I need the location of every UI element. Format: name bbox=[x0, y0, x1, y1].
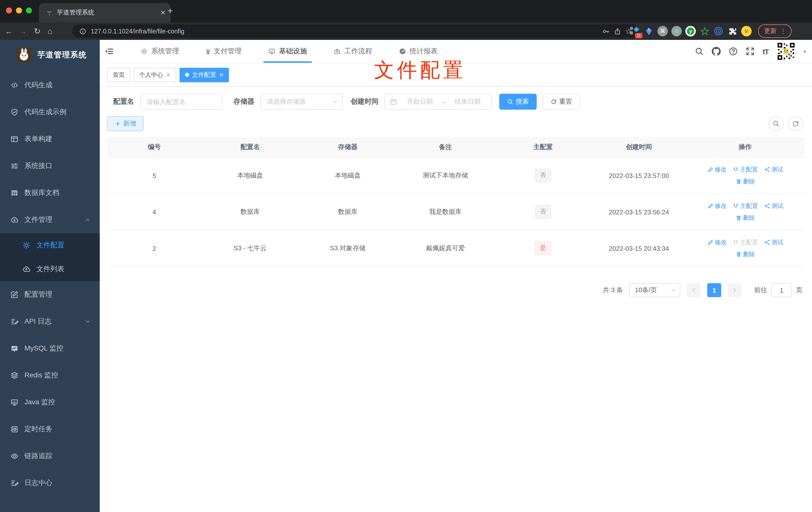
monitor-check-icon bbox=[269, 48, 276, 55]
sidebar-item-config-management[interactable]: 配置管理 bbox=[0, 281, 100, 308]
sidebar-item-mysql-monitor[interactable]: MySQL 监控 bbox=[0, 335, 100, 362]
sidebar-item-code-gen[interactable]: 代码生成 bbox=[0, 72, 100, 99]
share-nodes-icon bbox=[764, 167, 770, 173]
user-menu-caret-icon[interactable]: ▾ bbox=[804, 49, 806, 54]
user-avatar-qr[interactable] bbox=[777, 42, 795, 61]
next-page-button[interactable] bbox=[728, 283, 742, 297]
extension-command-icon[interactable]: ⌘ bbox=[657, 26, 668, 36]
status-badge: 否 bbox=[535, 205, 551, 219]
close-window-button[interactable] bbox=[6, 7, 12, 13]
delete-link[interactable]: 删除 bbox=[735, 250, 755, 259]
site-info-icon[interactable] bbox=[79, 28, 86, 35]
test-link[interactable]: 测试 bbox=[764, 238, 783, 246]
sidebar-item-system-api[interactable]: 系统接口 bbox=[0, 153, 100, 179]
nav-item-system[interactable]: 系统管理 bbox=[135, 40, 185, 63]
search-button[interactable]: 搜索 bbox=[499, 94, 537, 110]
nav-item-payment[interactable]: ¥ 支付管理 bbox=[200, 40, 248, 63]
home-icon[interactable]: ⌂ bbox=[48, 27, 52, 36]
chevron-down-icon bbox=[670, 287, 676, 293]
sidebar-item-scheduled-tasks[interactable]: 定时任务 bbox=[0, 416, 100, 443]
test-link[interactable]: 测试 bbox=[764, 202, 783, 210]
extension-star-icon[interactable] bbox=[699, 26, 710, 36]
page-tab-profile[interactable]: 个人中心 ✕ bbox=[134, 67, 176, 82]
password-key-icon[interactable] bbox=[602, 28, 609, 35]
sidebar-item-java-monitor[interactable]: Java 监控 bbox=[0, 389, 100, 416]
delete-link[interactable]: 删除 bbox=[735, 214, 755, 222]
browser-update-button[interactable]: 更新 ⋮ bbox=[758, 24, 791, 38]
extension-gem-icon[interactable] bbox=[643, 26, 654, 36]
edit-link[interactable]: 修改 bbox=[707, 238, 726, 246]
browser-menu-icon[interactable]: ⋮ bbox=[780, 27, 787, 35]
cell-primary: 否 bbox=[494, 194, 592, 230]
cell-storage: S3 对象存储 bbox=[299, 230, 397, 266]
extension-tabs-icon[interactable]: 11 bbox=[630, 26, 640, 36]
eye-icon bbox=[10, 452, 19, 460]
current-page-button[interactable]: 1 bbox=[707, 283, 721, 297]
master-config-link[interactable]: 主配置 bbox=[732, 202, 758, 210]
sidebar-item-file-config[interactable]: 文件配置 bbox=[0, 233, 100, 257]
storage-label: 存储器 bbox=[233, 97, 254, 106]
fullscreen-icon[interactable] bbox=[746, 47, 755, 56]
close-icon[interactable]: ✕ bbox=[219, 71, 224, 78]
extension-dot-icon[interactable] bbox=[671, 26, 682, 36]
sidebar-item-file-list[interactable]: 文件列表 bbox=[0, 257, 100, 281]
sidebar-item-tracing[interactable]: 链路追踪 bbox=[0, 443, 100, 470]
sidebar-item-api-log[interactable]: API 日志 bbox=[0, 308, 100, 335]
config-name-input[interactable] bbox=[141, 98, 222, 106]
sidebar-item-redis-monitor[interactable]: Redis 监控 bbox=[0, 362, 100, 389]
minimize-window-button[interactable] bbox=[16, 7, 22, 13]
page-size-select[interactable]: 10条/页 bbox=[630, 283, 680, 297]
extension-eye-icon[interactable] bbox=[713, 26, 724, 36]
sidebar-item-db-doc[interactable]: 数据库文档 bbox=[0, 179, 100, 206]
display-icon bbox=[10, 398, 19, 406]
hide-search-button[interactable] bbox=[768, 116, 784, 131]
close-icon[interactable]: ✕ bbox=[166, 71, 171, 78]
edit-link[interactable]: 修改 bbox=[707, 165, 726, 174]
delete-link[interactable]: 删除 bbox=[735, 177, 755, 186]
form-grid-icon bbox=[10, 135, 19, 143]
share-icon[interactable] bbox=[614, 28, 621, 35]
reload-icon[interactable]: ↻ bbox=[34, 26, 41, 36]
window-controls[interactable] bbox=[6, 7, 32, 13]
nav-item-infrastructure[interactable]: 基础设施 bbox=[263, 40, 313, 63]
goto-page-input[interactable] bbox=[771, 283, 792, 297]
sidebar-item-log-center[interactable]: 日志中心 bbox=[0, 470, 100, 496]
help-icon[interactable] bbox=[729, 47, 738, 56]
forward-icon[interactable]: → bbox=[20, 27, 27, 35]
nav-item-reports[interactable]: 统计报表 bbox=[393, 40, 444, 63]
date-range-picker[interactable]: 开始日期 - 结束日期 bbox=[384, 94, 492, 110]
extensions-row: 11 ⌘ y 更新 bbox=[630, 24, 791, 38]
sidebar-item-form-builder[interactable]: 表单构建 bbox=[0, 126, 100, 153]
extension-y-icon[interactable]: y bbox=[685, 26, 696, 36]
add-button[interactable]: 新增 bbox=[107, 116, 144, 131]
collapse-sidebar-icon[interactable] bbox=[105, 47, 114, 56]
zoom-window-button[interactable] bbox=[26, 7, 32, 13]
prev-page-button[interactable] bbox=[687, 283, 701, 297]
search-icon[interactable] bbox=[695, 47, 704, 56]
profile-emoji-icon[interactable] bbox=[741, 26, 752, 36]
sidebar-item-code-demo[interactable]: 代码生成示例 bbox=[0, 99, 100, 126]
master-config-link[interactable]: 主配置 bbox=[732, 165, 758, 174]
cell-id: 2 bbox=[107, 230, 201, 266]
refresh-table-button[interactable] bbox=[788, 116, 803, 131]
extensions-puzzle-icon[interactable] bbox=[727, 26, 738, 36]
page-tab-home[interactable]: 首页 bbox=[107, 67, 130, 82]
browser-tab[interactable]: 芋道管理系统 ✕ bbox=[39, 3, 171, 23]
test-link[interactable]: 测试 bbox=[764, 165, 783, 174]
reset-button[interactable]: 重置 bbox=[543, 94, 580, 110]
nav-item-workflow[interactable]: 工作流程 bbox=[328, 40, 378, 63]
back-icon[interactable]: ← bbox=[5, 27, 12, 35]
font-size-icon[interactable]: tT bbox=[763, 47, 768, 56]
storage-select[interactable]: 请选择存储器 bbox=[260, 94, 343, 110]
new-tab-button[interactable]: + bbox=[168, 6, 173, 16]
github-icon[interactable] bbox=[712, 47, 721, 56]
app-logo[interactable]: 芋道管理系统 bbox=[0, 42, 100, 67]
page-tab-file-config[interactable]: 文件配置 ✕ bbox=[179, 67, 229, 82]
sidebar-item-file-management[interactable]: 文件管理 bbox=[0, 206, 100, 233]
close-tab-icon[interactable]: ✕ bbox=[160, 9, 166, 17]
edit-link[interactable]: 修改 bbox=[707, 202, 726, 210]
address-bar[interactable]: 127.0.0.1:1024/infra/file/file-config ☆ bbox=[72, 24, 639, 38]
col-header-id: 编号 bbox=[107, 137, 201, 157]
cell-created: 2022-03-15 23:56:24 bbox=[592, 194, 686, 230]
end-date-placeholder: 结束日期 bbox=[448, 97, 486, 106]
